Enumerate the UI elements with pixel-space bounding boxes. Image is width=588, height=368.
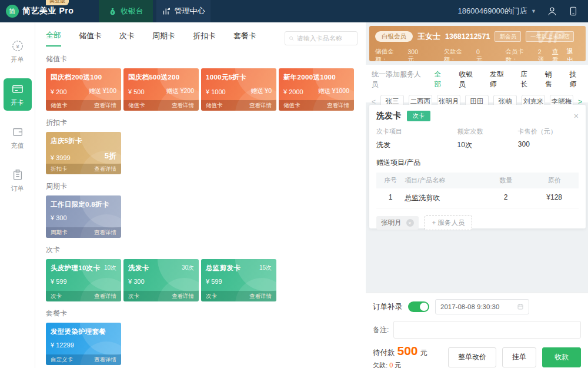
card-item[interactable]: 发型烫染护理套餐 ¥ 12299 自定义卡 查看详情: [46, 323, 121, 365]
staff-panel: 统一添加服务人员 全部 收银员 发型师 店长 销售 技师 < 张三 二西西 张明…: [366, 65, 588, 102]
card-detail-link[interactable]: 查看详情: [94, 356, 116, 364]
card-item[interactable]: 头皮护理10次卡 10次 ¥ 599 次卡 查看详情: [46, 259, 121, 301]
card-item[interactable]: 店庆5折卡 ¥ 3999 5折 折扣卡 查看详情: [46, 132, 121, 174]
search-input[interactable]: [297, 35, 353, 42]
change-price-button[interactable]: 整单改价: [448, 347, 496, 367]
card-price: ¥ 300: [128, 278, 145, 285]
card-item[interactable]: 国庆档500送200 ¥ 500 赠送 ¥200 储值卡 查看详情: [123, 68, 199, 111]
card-type-label: 次卡: [128, 293, 139, 300]
tab-manage-center[interactable]: 管理中心: [156, 0, 211, 22]
card-detail-link[interactable]: 查看详情: [172, 293, 194, 300]
card-title: 新年2000送1000: [283, 73, 336, 82]
card-detail-link[interactable]: 查看详情: [94, 165, 116, 173]
calendar-icon: [517, 303, 524, 310]
tab-cashier[interactable]: ¥ 收银台: [99, 0, 153, 22]
card-price: ¥ 599: [206, 278, 222, 285]
tab-package-card[interactable]: 套餐卡: [233, 31, 256, 46]
card-detail-link[interactable]: 查看详情: [172, 102, 194, 110]
card-item[interactable]: 总监剪发卡 15次 ¥ 599 次卡 查看详情: [201, 259, 276, 301]
tab-cashier-label: 收银台: [121, 6, 143, 16]
hold-order-button[interactable]: 挂单: [502, 347, 536, 367]
staff-tab-manager[interactable]: 店长: [520, 69, 533, 89]
view-cards-link[interactable]: 查看: [552, 48, 564, 61]
card-price: ¥ 12299: [51, 342, 74, 349]
card-type-label: 储值卡: [128, 102, 145, 110]
tab-count-card[interactable]: 次卡: [119, 31, 135, 46]
card-price: ¥ 2000: [283, 88, 303, 95]
member-cards-label: 会员卡数：: [505, 48, 535, 61]
member-cards-value: 2张: [538, 48, 547, 61]
card-type-label: 次卡: [206, 293, 217, 300]
section-count: 次卡 头皮护理10次卡 10次 ¥ 599 次卡 查看详情: [46, 245, 366, 301]
backfill-toggle[interactable]: [408, 301, 429, 312]
logout-member-link[interactable]: 退出: [566, 47, 580, 61]
card-count-badge: 10次: [104, 264, 116, 272]
card-price: ¥ 1000: [206, 88, 226, 95]
pay-unit: 元: [420, 348, 427, 358]
datetime-picker[interactable]: 2017-08-08 9:30:30: [435, 299, 529, 314]
sidebar-item-open-card[interactable]: 开卡: [4, 78, 32, 111]
pay-amount: 500: [397, 344, 418, 357]
table-header: 序号: [376, 176, 405, 185]
card-item[interactable]: 新年2000送1000 ¥ 2000 赠送 ¥1000 储值卡 查看详情: [279, 68, 354, 111]
member-tag: 新会员: [495, 31, 521, 42]
datetime-value: 2017-08-08 9:30:30: [440, 303, 499, 310]
card-item[interactable]: 国庆档200送100 ¥ 200 赠送 ¥100 储值卡 查看详情: [46, 68, 121, 111]
sidebar-item-open-order[interactable]: ¥ 开单: [4, 35, 32, 68]
card-detail-link[interactable]: 查看详情: [94, 102, 116, 110]
note-input[interactable]: [393, 321, 581, 339]
col-value: 洗发: [376, 140, 457, 150]
card-type-label: 储值卡: [206, 102, 223, 110]
card-type-label: 储值卡: [51, 102, 68, 110]
card-item[interactable]: 1000元5折卡 ¥ 1000 赠送 ¥0 储值卡 查看详情: [201, 68, 276, 111]
vip-watermark: VIP: [536, 27, 566, 47]
staff-tab-all[interactable]: 全部: [435, 69, 447, 89]
tab-period-card[interactable]: 周期卡: [152, 31, 175, 46]
app-logo: 简 简艺美业 Pro 美业版: [6, 5, 82, 18]
card-item[interactable]: 工作日限定0.8折卡 ¥ 300 周期卡 查看详情: [46, 195, 121, 238]
note-label: 备注:: [373, 325, 389, 335]
card-detail-link[interactable]: 查看详情: [327, 102, 349, 110]
order-panel: VIP 白银会员 王女士 13681212571 新会员 一年以上未到店 储值金…: [366, 22, 588, 368]
card-detail-link[interactable]: 查看详情: [249, 102, 272, 110]
card-bonus: 赠送 ¥1000: [318, 87, 349, 95]
tab-discount-card[interactable]: 折扣卡: [193, 31, 216, 46]
checkout-button[interactable]: 收款: [542, 347, 581, 367]
card-detail-link[interactable]: 查看详情: [94, 229, 116, 237]
section-discount: 折扣卡 店庆5折卡 ¥ 3999 5折 折扣卡 查看详情: [46, 118, 366, 174]
card-item[interactable]: 洗发卡 30次 ¥ 300 次卡 查看详情: [123, 259, 199, 301]
remove-staff-icon[interactable]: ×: [406, 219, 414, 227]
left-sidebar: ¥ 开单 开卡 充值 订单: [0, 22, 35, 368]
col-value: 10次: [457, 140, 518, 150]
card-price: ¥ 500: [128, 88, 145, 95]
svg-text:¥: ¥: [112, 10, 113, 14]
card-price: ¥ 200: [51, 88, 67, 95]
card-title: 头皮护理10次卡: [51, 264, 100, 273]
member-card: VIP 白银会员 王女士 13681212571 新会员 一年以上未到店 储值金…: [369, 26, 586, 61]
user-icon[interactable]: [547, 6, 557, 16]
topbar: 简 简艺美业 Pro 美业版 ¥ 收银台 管理中心 18600469000的门店…: [0, 0, 588, 22]
store-selector[interactable]: 18600469000的门店 ▼: [458, 6, 536, 16]
device-icon[interactable]: [568, 6, 579, 16]
staff-tab-cashier[interactable]: 收银员: [459, 69, 477, 89]
table-header: 数量: [482, 176, 530, 185]
chevron-down-icon: ▼: [531, 8, 536, 14]
tab-stored-value[interactable]: 储值卡: [79, 31, 102, 46]
sidebar-item-recharge[interactable]: 充值: [4, 121, 32, 154]
card-title: 洗发卡: [128, 264, 149, 273]
close-icon[interactable]: ×: [574, 112, 579, 120]
sidebar-item-orders[interactable]: 订单: [4, 164, 32, 197]
col-header: 卡售价（元）: [518, 127, 579, 136]
add-staff-button[interactable]: + 服务人员: [425, 216, 473, 230]
staff-tab-technician[interactable]: 技师: [569, 69, 582, 89]
search-icon: [289, 35, 295, 42]
staff-tab-stylist[interactable]: 发型师: [490, 69, 509, 89]
assigned-staff-name: 张明月: [381, 218, 402, 227]
tab-all[interactable]: 全部: [46, 30, 61, 47]
staff-tab-sales[interactable]: 销售: [545, 69, 558, 89]
card-detail-link[interactable]: 查看详情: [249, 293, 272, 300]
card-bonus: 赠送 ¥200: [166, 87, 194, 95]
card-detail-link[interactable]: 查看详情: [94, 293, 116, 300]
section-title: 周期卡: [46, 181, 366, 191]
catalog-tabs: 全部 储值卡 次卡 周期卡 折扣卡 套餐卡: [46, 29, 366, 47]
